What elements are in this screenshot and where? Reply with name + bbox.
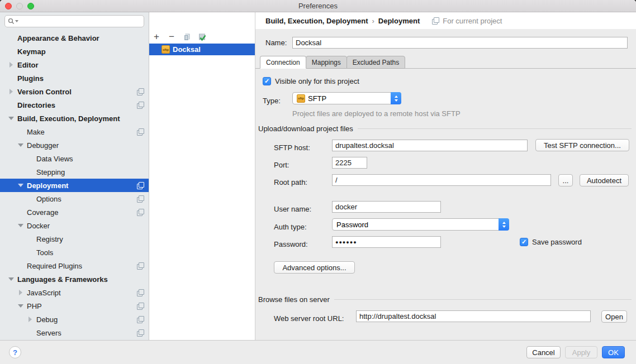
copy-icon [183,33,191,41]
close-button[interactable] [5,3,12,9]
copy-server-button[interactable] [182,32,191,41]
tab-connection[interactable]: Connection [260,56,306,69]
zoom-button[interactable] [27,3,34,9]
sidebar-item-label: Appearance & Behavior [17,34,99,42]
sidebar-item-label: Plugins [17,74,44,83]
chevron-collapsed-icon[interactable] [8,62,17,68]
sidebar-item-tools[interactable]: Tools [0,246,149,259]
sidebar-item-label: Servers [36,329,61,337]
minimize-button[interactable] [16,3,23,9]
titlebar: Preferences [0,0,636,12]
save-password-checkbox[interactable] [520,238,528,246]
per-project-icon [137,102,144,109]
autodetect-button[interactable]: Autodetect [580,174,629,186]
sidebar-item-label: Options [36,195,61,203]
settings-tree: Appearance & BehaviorKeymapEditorPlugins… [0,31,149,339]
apply-button[interactable]: Apply [565,346,597,358]
chevron-expanded-icon[interactable] [17,304,27,308]
type-value: SFTP [308,94,326,103]
chevron-expanded-icon[interactable] [17,224,27,227]
per-project-icon [137,128,144,136]
sidebar-item-build-execution-deployment[interactable]: Build, Execution, Deployment [0,112,149,125]
chevron-expanded-icon[interactable] [8,117,17,120]
sidebar-item-deployment[interactable]: Deployment [0,179,149,192]
sidebar-item-data-views[interactable]: Data Views [0,152,149,165]
search-icon[interactable] [8,18,18,25]
sidebar-item-servers[interactable]: Servers [0,326,149,339]
dialog-footer: ? Cancel Apply OK [0,340,636,364]
sidebar-item-label: Coverage [27,208,58,217]
server-list-panel: + − sftp [149,12,255,340]
per-project-icon [137,182,144,189]
sidebar-item-options[interactable]: Options [0,192,149,205]
sidebar-item-keymap[interactable]: Keymap [0,45,149,58]
sidebar-item-stepping[interactable]: Stepping [0,165,149,179]
tab-mappings[interactable]: Mappings [306,56,347,69]
visible-only-checkbox[interactable] [263,77,271,85]
open-button[interactable]: Open [601,310,627,323]
sftp-type-icon: sftp [297,94,305,103]
use-as-default-icon [198,33,206,41]
sidebar-item-docker[interactable]: Docker [0,219,149,232]
chevron-expanded-icon[interactable] [8,277,17,281]
web-root-input[interactable] [356,310,591,322]
sidebar-item-debugger[interactable]: Debugger [0,138,149,152]
search-box[interactable] [4,15,144,27]
browse-root-path-button[interactable]: ... [558,174,573,186]
sidebar-item-languages-frameworks[interactable]: Languages & Frameworks [0,272,149,286]
user-name-input[interactable] [332,201,441,213]
chevron-expanded-icon[interactable] [17,184,27,187]
sidebar-item-label: Make [27,128,45,136]
use-as-default-button[interactable] [197,32,206,41]
web-root-label: Web server root URL: [274,314,344,323]
chevron-collapsed-icon[interactable] [27,317,36,322]
per-project-icon [137,262,144,270]
visible-only-label: Visible only for this project [275,77,359,85]
password-input[interactable] [332,236,441,248]
sidebar-item-directories[interactable]: Directories [0,98,149,112]
sidebar-item-label: Tools [36,248,53,257]
server-item-docksal[interactable]: sftp Docksal [149,44,255,55]
sidebar-item-php[interactable]: PHP [0,299,149,313]
name-input[interactable] [292,37,628,49]
sftp-server-icon: sftp [162,45,170,54]
help-button[interactable]: ? [9,346,21,358]
cancel-button[interactable]: Cancel [526,346,561,358]
test-sftp-connection-button[interactable]: Test SFTP connection... [535,139,629,151]
sidebar-item-version-control[interactable]: Version Control [0,85,149,98]
chevron-collapsed-icon[interactable] [17,290,27,295]
sidebar-item-plugins[interactable]: Plugins [0,71,149,85]
sidebar-item-editor[interactable]: Editor [0,58,149,71]
sidebar-item-required-plugins[interactable]: Required Plugins [0,259,149,272]
sidebar-item-coverage[interactable]: Coverage [0,205,149,219]
remove-server-button[interactable]: − [167,32,176,41]
chevron-expanded-icon[interactable] [17,143,27,147]
search-input[interactable] [18,16,144,26]
port-input[interactable] [332,157,367,169]
type-select[interactable]: sftp SFTP [292,92,401,104]
add-server-button[interactable]: + [152,32,161,41]
auth-type-value: Password [336,221,368,229]
advanced-options-button[interactable]: Advanced options... [274,261,355,274]
ok-button[interactable]: OK [602,346,625,358]
sidebar-item-make[interactable]: Make [0,125,149,138]
browse-section-title: Browse files on server [258,295,330,304]
per-project-icon [137,195,144,203]
tab-excluded-paths[interactable]: Excluded Paths [347,56,405,69]
sidebar-item-javascript[interactable]: JavaScript [0,286,149,299]
auth-type-select[interactable]: Password [332,218,509,231]
sidebar-item-debug[interactable]: Debug [0,313,149,326]
sidebar-item-label: Directories [17,101,55,109]
breadcrumb-segment[interactable]: Build, Execution, Deployment [265,17,368,25]
sidebar-item-appearance-behavior[interactable]: Appearance & Behavior [0,31,149,45]
per-project-icon [137,88,144,95]
main-area: Appearance & BehaviorKeymapEditorPlugins… [0,12,636,340]
root-path-input[interactable] [332,174,551,186]
sidebar-item-registry[interactable]: Registry [0,232,149,246]
breadcrumb-separator: › [368,17,378,25]
chevron-collapsed-icon[interactable] [8,89,17,94]
sftp-host-input[interactable] [332,140,528,151]
upload-section-title: Upload/download project files [258,124,353,133]
breadcrumb: Build, Execution, Deployment › Deploymen… [255,12,636,29]
section-rule [358,128,632,129]
